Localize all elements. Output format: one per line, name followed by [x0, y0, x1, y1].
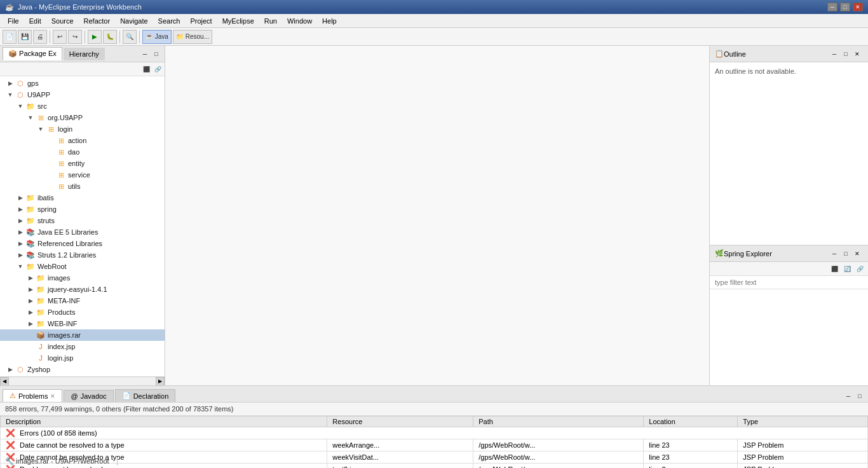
table-row[interactable]: ❌ Date cannot be resolved to a type week…	[1, 439, 868, 451]
outline-minimize[interactable]: ─	[829, 48, 840, 60]
scroll-track[interactable]	[9, 377, 156, 385]
tab-problems[interactable]: ⚠ Problems ✕	[3, 389, 62, 402]
col-type[interactable]: Type	[738, 416, 868, 427]
tree-item-gps[interactable]: ▶ ⬡ gps	[0, 78, 165, 89]
tree-item-webroot[interactable]: ▼ 📁 WebRoot	[0, 261, 165, 272]
tree-item-struts[interactable]: ▶ 📁 struts	[0, 215, 165, 226]
tree-item-meta-inf[interactable]: ▶ 📁 META-INF	[0, 295, 165, 306]
expand-zyshop[interactable]: ▶	[5, 364, 15, 375]
tree-item-dao[interactable]: ⊞ dao	[0, 146, 165, 158]
menu-myeclipse[interactable]: MyEclipse	[217, 16, 259, 26]
expand-images-rar[interactable]	[25, 330, 36, 340]
spring-refresh[interactable]: 🔄	[841, 263, 853, 275]
col-location[interactable]: Location	[644, 416, 738, 427]
java-perspective[interactable]: ☕ Java	[142, 30, 172, 44]
tree-item-javaee5[interactable]: ▶ 📚 Java EE 5 Libraries	[0, 226, 165, 238]
expand-struts12[interactable]: ▶	[15, 250, 25, 260]
expand-ibatis[interactable]: ▶	[15, 193, 25, 203]
undo-button[interactable]: ↩	[53, 30, 67, 44]
maximize-panel-button[interactable]: □	[151, 48, 162, 60]
spring-close[interactable]: ✕	[851, 248, 863, 259]
outline-close[interactable]: ✕	[851, 48, 863, 60]
tree-item-u9app[interactable]: ▼ ⬡ U9APP	[0, 89, 165, 100]
collapse-all-button[interactable]: ⬛	[140, 64, 152, 75]
table-row[interactable]: ❌ Date cannot be resolved to a type week…	[1, 451, 868, 464]
tree-item-entity[interactable]: ⊞ entity	[0, 158, 165, 169]
tree-item-spring[interactable]: ▶ 📁 spring	[0, 203, 165, 215]
menu-run[interactable]: Run	[259, 16, 282, 26]
menu-navigate[interactable]: Navigate	[115, 16, 153, 26]
expand-u9app[interactable]: ▼	[5, 90, 15, 100]
tree-item-images-rar[interactable]: 📦 images.rar	[0, 329, 165, 341]
new-button[interactable]: 📄	[3, 30, 17, 44]
tree-item-struts12[interactable]: ▶ 📚 Struts 1.2 Libraries	[0, 249, 165, 261]
minimize-button[interactable]: ─	[827, 3, 837, 11]
bottom-minimize[interactable]: ─	[843, 390, 854, 402]
print-button[interactable]: 🖨	[33, 30, 47, 44]
expand-action[interactable]	[46, 135, 56, 146]
expand-entity[interactable]	[46, 158, 56, 169]
menu-window[interactable]: Window	[282, 16, 317, 26]
col-path[interactable]: Path	[473, 416, 644, 427]
tree-item-ibatis[interactable]: ▶ 📁 ibatis	[0, 192, 165, 203]
expand-javaee5[interactable]: ▶	[15, 227, 25, 237]
save-button[interactable]: 💾	[18, 30, 32, 44]
tab-declaration[interactable]: 📄 Declaration	[115, 389, 176, 402]
expand-index-jsp[interactable]	[25, 341, 36, 352]
menu-refactor[interactable]: Refactor	[79, 16, 116, 26]
tree-item-web-inf[interactable]: ▶ 📁 WEB-INF	[0, 318, 165, 329]
col-description[interactable]: Description	[1, 416, 327, 427]
expand-jquery[interactable]: ▶	[25, 284, 36, 294]
col-resource[interactable]: Resource	[327, 416, 473, 427]
close-button[interactable]: ✕	[853, 3, 863, 11]
expand-products[interactable]: ▶	[25, 307, 36, 317]
expand-meta-inf[interactable]: ▶	[25, 296, 36, 306]
expand-gps[interactable]: ▶	[5, 78, 15, 88]
minimize-panel-button[interactable]: ─	[139, 48, 151, 60]
expand-webroot[interactable]: ▼	[15, 261, 25, 272]
tree-item-reflibs[interactable]: ▶ 📚 Referenced Libraries	[0, 238, 165, 249]
spring-link[interactable]: 🔗	[854, 263, 865, 275]
link-editor-button[interactable]: 🔗	[152, 64, 163, 75]
expand-login-jsp[interactable]	[25, 353, 36, 363]
problems-close[interactable]: ✕	[50, 393, 55, 399]
expand-web-inf[interactable]: ▶	[25, 319, 36, 329]
menu-search[interactable]: Search	[153, 16, 186, 26]
spring-minimize[interactable]: ─	[829, 248, 840, 259]
search-button[interactable]: 🔍	[123, 30, 137, 44]
menu-file[interactable]: File	[3, 16, 24, 26]
tree-item-images-folder[interactable]: ▶ 📁 images	[0, 272, 165, 284]
expand-struts[interactable]: ▶	[15, 216, 25, 226]
menu-project[interactable]: Project	[185, 16, 217, 26]
menu-edit[interactable]: Edit	[24, 16, 46, 26]
expand-images-folder[interactable]: ▶	[25, 273, 36, 283]
tab-javadoc[interactable]: @ Javadoc	[64, 390, 113, 402]
expand-utils[interactable]	[46, 181, 56, 191]
spring-maximize[interactable]: □	[840, 248, 851, 259]
scroll-left[interactable]: ◀	[0, 377, 9, 386]
expand-spring[interactable]: ▶	[15, 204, 25, 214]
tree-item-org-u9app[interactable]: ▼ ⊞ org.U9APP	[0, 112, 165, 123]
tree-item-products[interactable]: ▶ 📁 Products	[0, 306, 165, 318]
menu-source[interactable]: Source	[46, 16, 79, 26]
tab-package-explorer[interactable]: 📦 Package Ex	[3, 47, 62, 60]
tree-item-service[interactable]: ⊞ service	[0, 169, 165, 181]
scroll-right[interactable]: ▶	[156, 377, 165, 386]
tree-item-utils[interactable]: ⊞ utils	[0, 181, 165, 192]
resource-perspective[interactable]: 📁 Resou...	[173, 30, 212, 44]
spring-collapse[interactable]: ⬛	[829, 263, 840, 275]
tree-horiz-scroll[interactable]: ◀ ▶	[0, 376, 165, 385]
run-button[interactable]: ▶	[88, 30, 102, 44]
expand-src[interactable]: ▼	[15, 101, 25, 111]
tree-item-zyshop[interactable]: ▶ ⬡ Zyshop	[0, 364, 165, 375]
tree-item-jquery[interactable]: ▶ 📁 jquery-easyui-1.4.1	[0, 284, 165, 295]
tree-item-index-jsp[interactable]: J index.jsp	[0, 341, 165, 352]
maximize-button[interactable]: □	[840, 3, 850, 11]
menu-help[interactable]: Help	[317, 16, 342, 26]
expand-reflibs[interactable]: ▶	[15, 238, 25, 249]
expand-login[interactable]: ▼	[36, 124, 46, 134]
tree-item-login-jsp[interactable]: J login.jsp	[0, 352, 165, 364]
tab-hierarchy[interactable]: Hierarchy	[64, 48, 105, 60]
expand-service[interactable]	[46, 170, 56, 180]
table-row[interactable]: ❌ Double cannot be resolved test2.jsp /g…	[1, 464, 868, 469]
